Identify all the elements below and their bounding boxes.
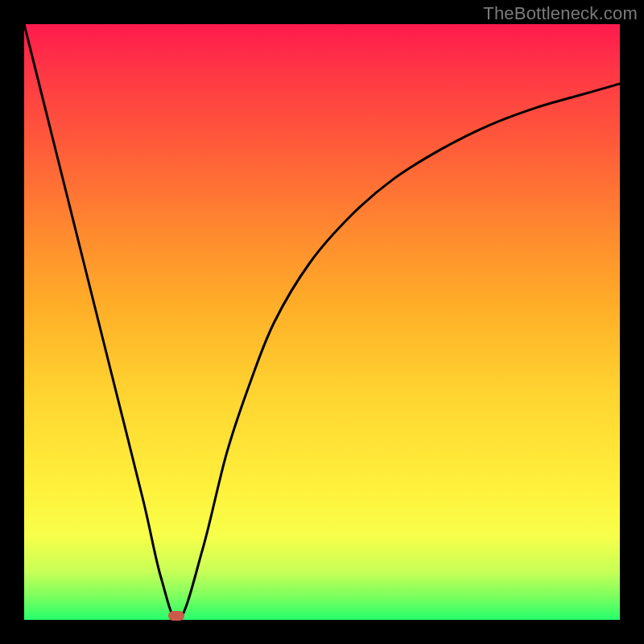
- chart-frame: TheBottleneck.com: [0, 0, 644, 644]
- watermark-text: TheBottleneck.com: [483, 3, 638, 24]
- bottleneck-curve: [24, 24, 620, 620]
- curve-svg: [24, 24, 620, 620]
- minimum-marker: [168, 611, 184, 621]
- plot-area: [24, 24, 620, 620]
